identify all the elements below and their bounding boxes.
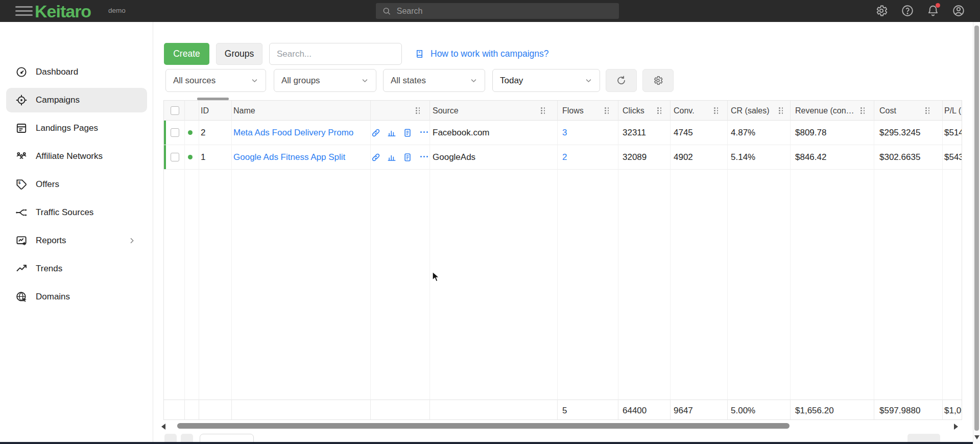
help-campaigns-link[interactable]: How to work with campaigns? — [415, 49, 548, 59]
column-drag-handle[interactable] — [657, 107, 662, 114]
states-filter-dropdown[interactable]: All states — [383, 69, 485, 92]
dashboard-icon — [15, 66, 28, 78]
global-search-input[interactable] — [397, 7, 613, 16]
column-drag-handle[interactable] — [416, 107, 420, 114]
hscroll-right-arrow[interactable] — [954, 424, 958, 430]
col-header-cost[interactable]: Cost — [879, 101, 896, 121]
settings-gear-icon[interactable] — [875, 4, 889, 18]
column-drag-handle[interactable] — [861, 107, 865, 114]
sidebar-item-domains[interactable]: Domains — [6, 285, 147, 309]
notifications-bell-icon[interactable] — [926, 4, 941, 18]
total-cost: $597.9880 — [879, 400, 920, 420]
sidebar-item-label: Trends — [36, 264, 62, 274]
campaign-report-icon[interactable] — [403, 128, 412, 137]
flows-link[interactable]: 3 — [562, 128, 567, 137]
groups-button[interactable]: Groups — [216, 43, 262, 65]
notification-badge — [936, 3, 940, 8]
global-search[interactable] — [376, 3, 619, 19]
cell-source: GoogleAds — [433, 145, 475, 170]
cell-source: Facebook.com — [433, 121, 490, 145]
create-button[interactable]: Create — [164, 43, 209, 65]
col-header-conv[interactable]: Conv. — [674, 101, 695, 121]
sidebar-item-trends[interactable]: Trends — [6, 256, 147, 281]
row-more-actions[interactable] — [420, 156, 428, 157]
sidebar-item-traffic-sources[interactable]: Traffic Sources — [6, 200, 147, 225]
campaign-stats-icon[interactable] — [387, 128, 396, 137]
help-icon[interactable] — [901, 4, 915, 18]
sidebar-item-dashboard[interactable]: Dashboard — [6, 60, 147, 84]
column-divider — [874, 400, 874, 420]
column-divider — [670, 400, 671, 420]
cell-cost: $302.6635 — [879, 145, 920, 170]
column-drag-handle[interactable] — [779, 107, 783, 114]
flows-link[interactable]: 2 — [562, 152, 567, 162]
campaign-report-icon[interactable] — [403, 153, 412, 162]
total-conv: 9647 — [674, 400, 693, 420]
groups-filter-value: All groups — [281, 76, 320, 86]
sidebar-item-reports[interactable]: Reports — [6, 228, 147, 253]
topbar: Keitaro demo — [0, 0, 980, 22]
window-bottom-edge — [0, 442, 980, 444]
cell-clicks: 32311 — [623, 121, 646, 145]
col-header-name[interactable]: Name — [233, 101, 255, 121]
sidebar-item-offers[interactable]: $ Offers — [6, 172, 147, 197]
sidebar-item-label: Traffic Sources — [36, 207, 93, 218]
table-totals-row: 5 64400 9647 5.00% $1,656.20 $597.9880 $… — [164, 400, 962, 420]
column-drag-handle[interactable] — [541, 107, 545, 114]
sidebar-item-landings-pages[interactable]: Landings Pages — [6, 116, 147, 141]
column-divider — [557, 101, 558, 121]
column-divider — [618, 101, 618, 121]
sources-filter-dropdown[interactable]: All sources — [165, 69, 266, 92]
campaign-name-link[interactable]: Google Ads Fitness App Split — [233, 152, 345, 162]
column-divider — [231, 101, 232, 121]
hscroll-thumb[interactable] — [177, 423, 790, 429]
campaign-name-link[interactable]: Meta Ads Food Delivery Promo — [233, 128, 353, 137]
sources-filter-value: All sources — [173, 76, 216, 86]
column-divider — [429, 101, 430, 121]
col-header-flows[interactable]: Flows — [562, 101, 584, 121]
help-link-label: How to work with campaigns? — [431, 49, 548, 59]
col-header-source[interactable]: Source — [433, 101, 459, 121]
groups-filter-dropdown[interactable]: All groups — [274, 69, 376, 92]
select-all-checkbox[interactable] — [171, 106, 179, 115]
campaign-link-icon[interactable] — [371, 153, 380, 162]
campaign-stats-icon[interactable] — [387, 153, 396, 162]
sidebar-item-affiliate-networks[interactable]: Affiliate Networks — [6, 144, 147, 169]
column-divider — [874, 121, 874, 400]
row-checkbox[interactable] — [171, 128, 179, 137]
traffic-sources-icon — [15, 206, 28, 219]
col-header-id[interactable]: ID — [201, 101, 209, 121]
column-divider — [429, 400, 430, 420]
column-divider — [370, 400, 371, 420]
column-divider — [790, 101, 791, 121]
app-logo: Keitaro — [35, 1, 91, 21]
column-divider — [790, 400, 791, 420]
row-active-bar — [164, 145, 166, 169]
hamburger-menu-icon[interactable] — [15, 6, 33, 16]
refresh-icon — [616, 75, 627, 86]
gear-icon — [653, 75, 663, 86]
vscroll-down-arrow[interactable] — [974, 435, 979, 439]
column-drag-handle[interactable] — [714, 107, 719, 114]
offers-icon: $ — [15, 178, 28, 191]
campaign-link-icon[interactable] — [371, 128, 380, 137]
vscroll-thumb[interactable] — [974, 26, 979, 431]
col-header-clicks[interactable]: Clicks — [623, 101, 644, 121]
col-header-revenue[interactable]: Revenue (con… — [795, 101, 854, 121]
total-pl: $1,05 — [944, 400, 962, 420]
column-drag-handle[interactable] — [605, 107, 609, 114]
column-drag-handle[interactable] — [925, 107, 930, 114]
sidebar-item-campaigns[interactable]: Campaigns — [6, 88, 147, 112]
account-icon[interactable] — [952, 4, 966, 18]
campaign-search-input[interactable] — [269, 43, 402, 65]
cell-cr: 4.87% — [731, 121, 755, 145]
table-settings-button[interactable] — [642, 69, 674, 92]
cell-revenue: $809.78 — [795, 121, 826, 145]
col-header-pl[interactable]: P/L ( — [944, 101, 961, 121]
col-header-cr[interactable]: CR (sales) — [731, 101, 770, 121]
row-more-actions[interactable] — [420, 131, 428, 133]
date-range-dropdown[interactable]: Today — [492, 69, 600, 92]
hscroll-left-arrow[interactable] — [161, 424, 165, 430]
refresh-button[interactable] — [606, 69, 637, 92]
row-checkbox[interactable] — [171, 153, 179, 161]
